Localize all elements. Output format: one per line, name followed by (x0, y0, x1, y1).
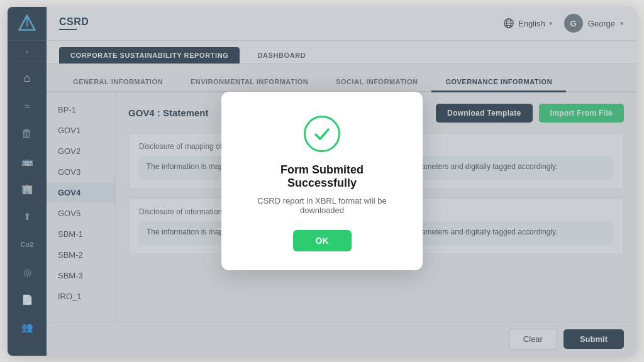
modal-ok-button[interactable]: OK (293, 230, 352, 251)
checkmark-svg (313, 124, 331, 143)
modal-title: Form Submited Successfully (249, 163, 395, 190)
app-window: › ⌂ ≈ 🗑 🚌 🏢 ⬆ Co2 (8, 7, 636, 356)
modal-overlay: Form Submited Successfully CSRD report i… (8, 7, 636, 356)
modal-subtitle: CSRD report in XBRL format will be downl… (249, 196, 395, 215)
success-check-icon (304, 116, 340, 152)
success-modal: Form Submited Successfully CSRD report i… (221, 92, 423, 270)
